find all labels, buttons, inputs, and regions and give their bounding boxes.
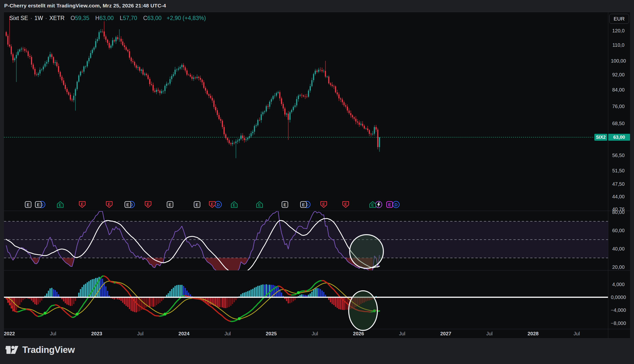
svg-text:E: E: [126, 202, 129, 207]
high-label: H: [95, 15, 100, 21]
close-label: C: [143, 15, 147, 21]
macd-cross-dot: [297, 291, 300, 294]
price-tick-label: 47,50: [612, 181, 624, 187]
price-tick-label: 84,00: [612, 87, 624, 92]
time-tick-label: Jul: [312, 331, 318, 336]
price-tick-label: 68,50: [612, 121, 624, 126]
svg-text:E: E: [344, 202, 347, 207]
chart-canvas[interactable]: 120,0110,0100,0092,0084,0076,0068,5056,5…: [0, 0, 634, 364]
earnings-badge[interactable]: E: [167, 202, 173, 208]
time-tick-label: 2024: [178, 331, 190, 336]
time-tick-label: Jul: [224, 331, 231, 336]
low-label: L: [120, 15, 123, 21]
svg-text:E: E: [81, 202, 83, 207]
change-value: +2,90 (+4,83%): [167, 15, 206, 21]
price-tick-label: 92,00: [612, 72, 624, 78]
time-tick-label: Jul: [137, 331, 144, 336]
tradingview-wordmark: TradingView: [22, 345, 75, 355]
macd-cross-dot: [44, 312, 47, 314]
low-value: 57,70: [123, 15, 137, 21]
price-tick-label: 56,50: [612, 152, 624, 158]
annotation-rsi-circle[interactable]: [350, 235, 383, 268]
time-tick-label: 2022: [4, 331, 15, 336]
high-value: 63,00: [99, 15, 114, 21]
attribution-text: P-Cherry erstellt mit TradingView.com, M…: [4, 3, 166, 9]
time-tick-label: 2026: [353, 331, 364, 336]
svg-text:E: E: [196, 202, 198, 207]
price-tick-label: 120,0: [612, 28, 624, 34]
price-tick-label: 110,0: [612, 42, 624, 48]
currency-button[interactable]: EUR: [609, 14, 629, 24]
close-value: 63,00: [147, 15, 162, 21]
tradingview-logo[interactable]: TradingView: [6, 345, 75, 355]
price-tick-label: 51,50: [612, 168, 624, 173]
tradingview-snapshot: 120,0110,0100,0092,0084,0076,0068,5056,5…: [0, 0, 634, 364]
macd-tick-label: 0,0000: [611, 294, 626, 300]
svg-text:E: E: [211, 202, 214, 207]
svg-text:E: E: [59, 203, 62, 208]
interval-label[interactable]: 1W: [35, 15, 43, 21]
exchange-label: XETR: [49, 15, 64, 21]
svg-text:E: E: [284, 202, 286, 207]
svg-text:E: E: [37, 202, 40, 207]
time-tick-label: Jul: [574, 331, 580, 336]
earnings-badge[interactable]: DE: [300, 201, 310, 208]
time-tick-label: Jul: [50, 331, 56, 336]
svg-text:E: E: [322, 202, 325, 207]
tradingview-logo-mark: [6, 345, 19, 355]
price-tick-label: 76,00: [612, 104, 624, 109]
earnings-badge[interactable]: E: [25, 202, 31, 208]
rsi-tick-label: 20,00: [612, 264, 624, 270]
time-tick-label: Jul: [399, 331, 405, 336]
macd-tick-label: −8,000: [611, 320, 626, 326]
price-tick-label: 100,00: [611, 58, 626, 64]
svg-text:E: E: [302, 202, 305, 207]
time-tick-label: 2023: [91, 331, 102, 336]
symbol-price-badge: SIX2: [594, 134, 607, 141]
macd-tick-label: −4,000: [611, 307, 626, 313]
time-tick-label: 2028: [528, 331, 539, 336]
time-tick-label: 2027: [440, 331, 452, 336]
open-label: O: [71, 15, 75, 21]
earnings-badge[interactable]: DE: [125, 201, 134, 208]
macd-cross-dot: [163, 312, 166, 316]
time-tick-label: Jul: [486, 331, 493, 336]
svg-text:E: E: [233, 203, 236, 208]
svg-text:E: E: [27, 202, 30, 207]
svg-text:E: E: [169, 202, 171, 207]
macd-tick-label: 4,000: [612, 282, 624, 287]
svg-text:E: E: [388, 202, 391, 207]
earnings-badge[interactable]: E: [194, 202, 200, 208]
earnings-badge[interactable]: E: [282, 202, 288, 208]
annotation-macd-ellipse[interactable]: [349, 291, 377, 330]
svg-text:E: E: [147, 202, 149, 207]
rsi-tick-label: 60,00: [612, 228, 624, 233]
symbol-name[interactable]: Sixt SE: [10, 15, 28, 21]
macd-cross-dot: [76, 312, 79, 316]
separator-dot: ·: [45, 15, 47, 21]
symbol-header[interactable]: Sixt SE·1W·XETR O59,35 H63,00 L57,70 C63…: [10, 15, 206, 22]
svg-text:E: E: [258, 203, 261, 208]
earnings-badge[interactable]: DE: [35, 201, 45, 208]
svg-text:E: E: [371, 203, 374, 208]
open-value: 59,35: [75, 15, 89, 21]
separator-dot: ·: [30, 15, 32, 21]
macd-cross-dot: [238, 317, 241, 320]
price-tick-label: 44,00: [612, 194, 624, 199]
time-tick-label: 2025: [266, 331, 277, 336]
svg-text:E: E: [108, 202, 110, 207]
svg-text:D: D: [394, 202, 397, 207]
rsi-tick-label: 80,00: [612, 210, 624, 215]
svg-text:D: D: [217, 202, 220, 207]
last-price-badge: 63,00: [608, 134, 630, 141]
rsi-tick-label: 40,00: [612, 246, 624, 252]
